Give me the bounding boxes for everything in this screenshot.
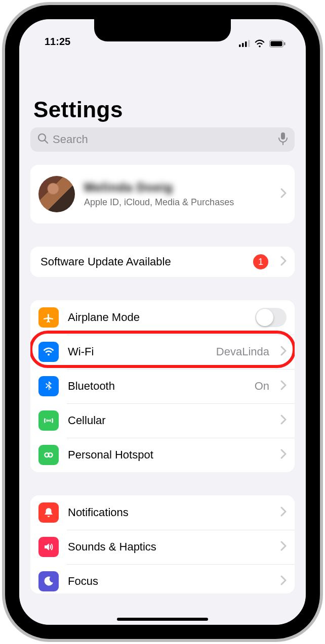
chevron-right-icon bbox=[280, 507, 287, 519]
hotspot-row[interactable]: Personal Hotspot bbox=[30, 438, 295, 472]
chevron-right-icon bbox=[280, 380, 287, 392]
search-field[interactable]: Search bbox=[30, 127, 295, 152]
settings-scroll[interactable]: Settings Search Melinda Doeig Apple ID, … bbox=[19, 97, 306, 593]
status-time: 11:25 bbox=[36, 36, 70, 48]
bluetooth-value: On bbox=[255, 380, 269, 393]
cellular-signal-icon bbox=[239, 40, 250, 47]
home-indicator[interactable] bbox=[117, 618, 208, 621]
chevron-right-icon bbox=[280, 449, 287, 461]
svg-point-12 bbox=[49, 453, 53, 457]
software-update-row[interactable]: Software Update Available 1 bbox=[30, 247, 295, 277]
cellular-icon bbox=[38, 410, 59, 431]
airplane-icon bbox=[38, 307, 59, 328]
chevron-right-icon bbox=[280, 415, 287, 427]
search-placeholder: Search bbox=[53, 133, 274, 146]
focus-icon bbox=[38, 571, 59, 591]
bluetooth-icon bbox=[38, 376, 59, 396]
account-subtitle: Apple ID, iCloud, Media & Purchases bbox=[84, 197, 236, 208]
chevron-right-icon bbox=[280, 346, 287, 358]
software-update-label: Software Update Available bbox=[40, 255, 244, 268]
notifications-label: Notifications bbox=[68, 506, 271, 519]
hotspot-label: Personal Hotspot bbox=[68, 448, 271, 462]
sounds-icon bbox=[38, 537, 59, 557]
focus-label: Focus bbox=[68, 575, 271, 588]
svg-rect-3 bbox=[248, 40, 250, 47]
iphone-frame: 11:25 Settings Search bbox=[5, 5, 320, 639]
svg-rect-2 bbox=[245, 41, 247, 47]
battery-icon bbox=[269, 40, 286, 48]
notifications-row[interactable]: Notifications bbox=[30, 495, 295, 530]
notifications-icon bbox=[38, 502, 59, 523]
avatar bbox=[38, 176, 75, 212]
focus-row[interactable]: Focus bbox=[30, 564, 295, 593]
wifi-icon bbox=[38, 342, 59, 362]
sounds-row[interactable]: Sounds & Haptics bbox=[30, 530, 295, 564]
page-title: Settings bbox=[33, 97, 295, 122]
search-icon bbox=[37, 133, 49, 146]
hotspot-icon bbox=[38, 445, 59, 465]
svg-rect-9 bbox=[281, 132, 285, 140]
status-right bbox=[239, 39, 289, 48]
chevron-right-icon bbox=[280, 575, 287, 587]
notch bbox=[94, 19, 231, 41]
airplane-mode-row[interactable]: Airplane Mode bbox=[30, 300, 295, 335]
dictate-icon[interactable] bbox=[278, 132, 288, 147]
chevron-right-icon bbox=[280, 256, 287, 268]
connectivity-card: Airplane Mode Wi-Fi DevaLinda bbox=[30, 300, 295, 472]
apple-id-row[interactable]: Melinda Doeig Apple ID, iCloud, Media & … bbox=[30, 165, 295, 223]
svg-rect-5 bbox=[271, 41, 282, 46]
svg-line-8 bbox=[45, 141, 48, 144]
bluetooth-label: Bluetooth bbox=[68, 380, 246, 393]
wifi-row[interactable]: Wi-Fi DevaLinda bbox=[30, 335, 295, 369]
wifi-label: Wi-Fi bbox=[68, 345, 207, 358]
airplane-mode-label: Airplane Mode bbox=[68, 311, 246, 324]
account-name: Melinda Doeig bbox=[84, 180, 271, 195]
screen: 11:25 Settings Search bbox=[19, 19, 306, 625]
sounds-label: Sounds & Haptics bbox=[68, 540, 271, 554]
cellular-label: Cellular bbox=[68, 414, 271, 427]
alerts-card: Notifications Sounds & Haptics bbox=[30, 495, 295, 593]
software-update-card: Software Update Available 1 bbox=[30, 247, 295, 277]
svg-rect-0 bbox=[239, 44, 241, 47]
bluetooth-row[interactable]: Bluetooth On bbox=[30, 369, 295, 403]
account-card: Melinda Doeig Apple ID, iCloud, Media & … bbox=[30, 165, 295, 223]
chevron-right-icon bbox=[280, 541, 287, 553]
update-badge: 1 bbox=[253, 254, 268, 269]
airplane-mode-toggle[interactable] bbox=[255, 308, 287, 327]
cellular-row[interactable]: Cellular bbox=[30, 403, 295, 438]
wifi-value: DevaLinda bbox=[216, 345, 269, 358]
wifi-status-icon bbox=[254, 39, 265, 48]
svg-rect-1 bbox=[242, 43, 244, 47]
chevron-right-icon bbox=[280, 188, 287, 200]
svg-rect-6 bbox=[284, 42, 286, 45]
